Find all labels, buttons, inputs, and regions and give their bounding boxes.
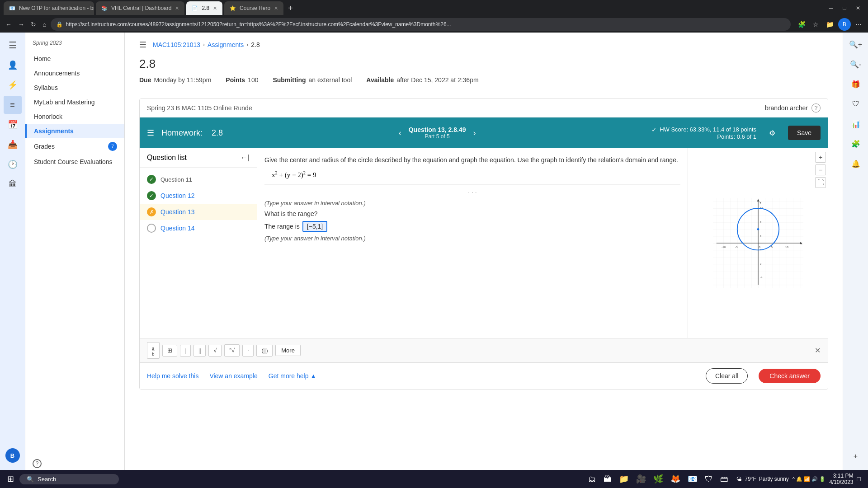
help-icon[interactable]: ? — [811, 103, 821, 113]
sqrt-button[interactable]: √ — [208, 345, 222, 357]
add-right-icon[interactable]: + — [848, 448, 864, 465]
pipe-button[interactable]: | — [180, 345, 191, 357]
nav-rail-inbox-icon[interactable]: 📥 — [4, 136, 22, 154]
nth-root-button[interactable]: n√ — [224, 344, 240, 357]
refresh-button[interactable]: ↻ — [29, 19, 38, 30]
hw-next-button[interactable]: › — [470, 127, 480, 140]
clear-all-button[interactable]: Clear all — [706, 368, 748, 384]
check-answer-button[interactable]: Check answer — [759, 369, 821, 383]
taskbar-app-2[interactable]: 🏔 — [601, 473, 614, 486]
hamburger-button[interactable]: ☰ — [139, 40, 146, 50]
taskbar-app-1[interactable]: 🗂 — [585, 473, 599, 486]
chart-icon[interactable]: 📊 — [848, 116, 864, 132]
sidebar-item-announcements[interactable]: Announcements — [25, 66, 124, 80]
range-question-label: What is the range? — [264, 210, 680, 217]
menu-button[interactable]: ⋯ — [853, 18, 864, 31]
tab-close-vhl[interactable]: ✕ — [175, 5, 179, 11]
taskbar-app-9[interactable]: 🗃 — [717, 473, 731, 486]
notification-area-button[interactable]: □ — [857, 475, 861, 483]
extensions-button[interactable]: 🧩 — [795, 18, 808, 31]
sidebar-item-syllabus[interactable]: Syllabus — [25, 80, 124, 95]
fraction-button[interactable]: ab — [147, 342, 160, 359]
gift-icon[interactable]: 🎁 — [848, 76, 864, 92]
taskbar-app-8[interactable]: 🛡 — [702, 473, 716, 486]
submitting-meta: Submitting an external tool — [273, 76, 352, 84]
user-avatar[interactable]: B — [5, 448, 20, 463]
nav-rail-menu-icon[interactable]: ☰ — [4, 36, 22, 54]
sidebar-item-grades[interactable]: Grades 7 — [25, 138, 124, 155]
range-hint: (Type your answer in interval notation.) — [264, 235, 680, 242]
fullscreen-button[interactable]: ⛶ — [815, 177, 826, 188]
profile-button[interactable]: B — [838, 18, 851, 31]
maximize-button[interactable]: □ — [838, 3, 851, 14]
breadcrumb-course[interactable]: MAC1105:21013 — [153, 41, 200, 48]
taskbar-app-3[interactable]: 📁 — [616, 472, 632, 486]
back-button[interactable]: ← — [4, 19, 14, 30]
taskbar-app-7[interactable]: 📧 — [685, 472, 700, 486]
list-item-q12[interactable]: ✓ Question 12 — [140, 188, 257, 204]
interval-button[interactable]: (||) — [256, 345, 273, 357]
list-item-q11[interactable]: ✓ Question 11 — [140, 171, 257, 188]
zoom-in-right-icon[interactable]: 🔍+ — [848, 36, 864, 52]
minimize-button[interactable]: ─ — [825, 3, 837, 14]
q13-label: Question 13 — [160, 208, 195, 216]
save-button[interactable]: Save — [788, 126, 821, 140]
tab-close-canvas[interactable]: ✕ — [213, 5, 217, 11]
tab-active[interactable]: 📄 2.8 ✕ — [186, 1, 222, 15]
tab-close-coursehero[interactable]: ✕ — [274, 5, 278, 11]
taskbar-app-6[interactable]: 🦊 — [668, 472, 683, 486]
nav-rail-calendar-icon[interactable]: 📅 — [4, 116, 22, 134]
tab-gmail[interactable]: 📧 New OTP for authentication - br... ✕ — [4, 1, 94, 15]
dots-button[interactable]: · — [242, 345, 254, 357]
nav-rail-dashboard-icon[interactable]: ⚡ — [4, 76, 22, 94]
nav-rail-history-icon[interactable]: 🕐 — [4, 155, 22, 174]
forward-button[interactable]: → — [16, 19, 26, 30]
math-toolbar-close[interactable]: ✕ — [815, 346, 821, 355]
taskbar-app-4[interactable]: 🎥 — [633, 472, 649, 486]
sidebar-item-assignments[interactable]: Assignments — [25, 124, 124, 138]
hw-menu-button[interactable]: ☰ — [147, 128, 154, 138]
search-box[interactable]: 🔍 Search — [19, 474, 119, 484]
help-me-solve-link[interactable]: Help me solve this — [147, 372, 198, 380]
collections-button[interactable]: 📁 — [823, 18, 836, 31]
sidebar-item-honorlock[interactable]: Honorlock — [25, 109, 124, 124]
hw-prev-button[interactable]: ‹ — [395, 127, 405, 140]
breadcrumb-assignments[interactable]: Assignments — [208, 41, 244, 48]
close-button[interactable]: ✕ — [852, 3, 864, 14]
taskbar-app-5[interactable]: 🌿 — [651, 472, 666, 486]
shield-icon[interactable]: 🛡 — [848, 96, 864, 112]
get-more-help-link[interactable]: Get more help ▲ — [269, 372, 316, 380]
matrix-button[interactable]: ⊞ — [162, 345, 177, 357]
nav-rail-commons-icon[interactable]: 🏛 — [4, 175, 22, 193]
tab-vhl[interactable]: 📚 VHL Central | Dashboard ✕ — [96, 1, 184, 15]
hw-settings-button[interactable]: ⚙ — [769, 129, 775, 137]
zoom-out-button[interactable]: − — [815, 164, 826, 175]
sidebar-help-button[interactable]: ? — [25, 455, 124, 472]
browser-actions: 🧩 ☆ 📁 B ⋯ — [795, 18, 864, 31]
range-answer-row: The range is [−5,1] — [264, 221, 680, 232]
zoom-out-right-icon[interactable]: 🔍- — [848, 56, 864, 72]
new-tab-button[interactable]: + — [285, 4, 296, 13]
puzzle-icon[interactable]: 🧩 — [848, 136, 864, 152]
sidebar-item-evaluations[interactable]: Student Course Evaluations — [25, 155, 124, 169]
taskbar: ⊞ 🔍 Search 🗂 🏔 📁 🎥 🌿 🦊 📧 🛡 🗃 🌤 79°F Part… — [0, 470, 868, 488]
bell-icon[interactable]: 🔔 — [848, 155, 864, 172]
home-nav-button[interactable]: ⌂ — [41, 19, 48, 30]
list-item-q14[interactable]: Question 14 — [140, 220, 257, 236]
list-item-q13[interactable]: ✗ Question 13 — [140, 204, 257, 220]
url-box[interactable]: 🔒 https://scf.instructure.com/courses/48… — [51, 18, 791, 31]
nav-rail-courses-icon[interactable]: ≡ — [4, 96, 22, 114]
view-example-link[interactable]: View an example — [209, 372, 257, 380]
tab-coursehero[interactable]: ⭐ Course Hero ✕ — [224, 1, 283, 15]
zoom-in-button[interactable]: + — [815, 152, 826, 163]
nav-rail-account-icon[interactable]: 👤 — [4, 56, 22, 74]
range-answer-box[interactable]: [−5,1] — [302, 221, 327, 232]
abs-button[interactable]: || — [193, 345, 206, 357]
start-button[interactable]: ⊞ — [4, 472, 18, 486]
collapse-list-button[interactable]: ←| — [241, 154, 250, 162]
more-button[interactable]: More — [275, 345, 301, 356]
sidebar-item-mylab[interactable]: MyLab and Mastering — [25, 95, 124, 109]
sidebar-item-home[interactable]: Home — [25, 52, 124, 66]
coordinate-graph: x y -10 -5 0 5 10 10 8 6 4 — [699, 198, 817, 288]
favorites-button[interactable]: ☆ — [810, 18, 821, 31]
